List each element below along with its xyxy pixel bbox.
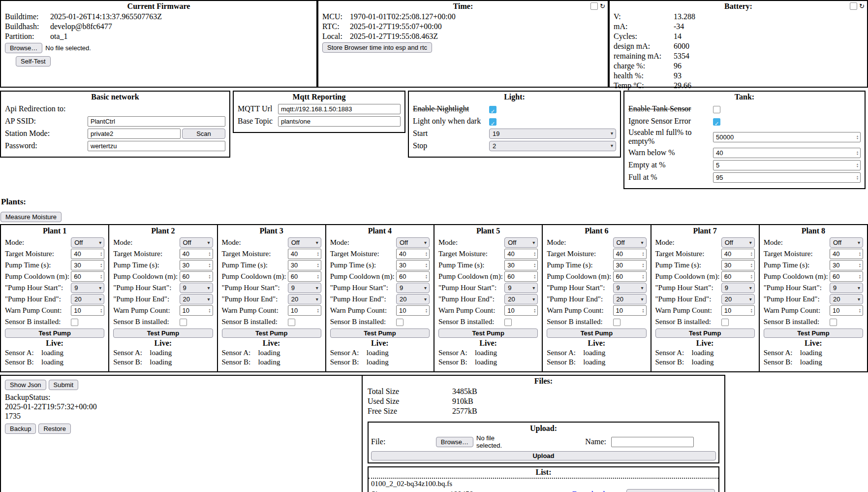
sensor-b-installed-checkbox[interactable]: [180, 319, 187, 326]
pump-hour-start-select[interactable]: 9: [830, 283, 863, 293]
refresh-icon[interactable]: ↻: [859, 3, 865, 9]
pump-time-input[interactable]: [613, 260, 647, 270]
pump-time-input[interactable]: [396, 260, 430, 270]
refresh-icon[interactable]: ↻: [600, 3, 605, 9]
pump-time-input[interactable]: [721, 260, 755, 270]
pump-hour-end-select[interactable]: 20: [721, 294, 755, 304]
pump-hour-end-select[interactable]: 20: [613, 294, 647, 304]
pump-hour-end-select[interactable]: 20: [71, 294, 104, 304]
mode-select[interactable]: Off: [288, 237, 321, 248]
test-pump-button[interactable]: Test Pump: [5, 328, 104, 338]
sensor-b-installed-checkbox[interactable]: [396, 319, 403, 326]
enable-nightlight-checkbox[interactable]: [489, 106, 496, 113]
firmware-browse-button[interactable]: Browse…: [5, 43, 42, 53]
ignore-sensor-error-checkbox[interactable]: [713, 118, 720, 126]
upload-name-input[interactable]: [611, 437, 694, 447]
pump-cooldown-input[interactable]: [180, 271, 213, 282]
warn-pump-count-input[interactable]: [721, 305, 755, 316]
upload-button[interactable]: Upload: [371, 451, 716, 460]
test-pump-button[interactable]: Test Pump: [655, 328, 755, 338]
warn-pump-count-input[interactable]: [180, 305, 213, 316]
self-test-button[interactable]: Self-Test: [16, 56, 51, 66]
pump-hour-start-select[interactable]: 9: [504, 283, 538, 293]
mode-select[interactable]: Off: [71, 237, 104, 248]
test-pump-button[interactable]: Test Pump: [113, 328, 213, 338]
target-moisture-input[interactable]: [71, 249, 104, 259]
mode-select[interactable]: Off: [830, 237, 863, 248]
warn-pump-count-input[interactable]: [396, 305, 430, 316]
pump-hour-start-select[interactable]: 9: [288, 283, 321, 293]
pump-time-input[interactable]: [288, 260, 321, 270]
upload-browse-button[interactable]: Browse…: [436, 437, 473, 447]
pump-cooldown-input[interactable]: [71, 271, 104, 282]
target-moisture-input[interactable]: [396, 249, 430, 259]
warn-pump-count-input[interactable]: [504, 305, 538, 316]
pump-time-input[interactable]: [504, 260, 538, 270]
pump-cooldown-input[interactable]: [396, 271, 430, 282]
base-topic-input[interactable]: [278, 116, 401, 127]
mqtt-url-input[interactable]: [278, 104, 401, 114]
warn-pump-count-input[interactable]: [288, 305, 321, 316]
show-json-button[interactable]: Show Json: [5, 380, 46, 390]
sensor-b-installed-checkbox[interactable]: [613, 319, 620, 326]
pump-hour-start-select[interactable]: 9: [180, 283, 213, 293]
delete-button[interactable]: Delete: [626, 489, 715, 492]
scan-button[interactable]: Scan: [182, 129, 225, 139]
time-auto-refresh-checkbox[interactable]: [590, 2, 598, 10]
pump-hour-start-select[interactable]: 9: [396, 283, 430, 293]
station-ssid-input[interactable]: [88, 129, 181, 139]
download-link[interactable]: Download: [572, 490, 605, 492]
password-input[interactable]: [88, 141, 225, 151]
pump-hour-end-select[interactable]: 20: [288, 294, 321, 304]
light-start-select[interactable]: 19: [489, 129, 616, 139]
warn-below-input[interactable]: [713, 148, 861, 158]
warn-pump-count-input[interactable]: [613, 305, 647, 316]
pump-time-input[interactable]: [830, 260, 863, 270]
pump-hour-start-select[interactable]: 9: [71, 283, 104, 293]
test-pump-button[interactable]: Test Pump: [438, 328, 538, 338]
useable-ml-input[interactable]: [713, 132, 861, 142]
pump-hour-start-select[interactable]: 9: [721, 283, 755, 293]
store-browser-time-button[interactable]: Store Browser time into esp and rtc: [322, 42, 432, 53]
backup-button[interactable]: Backup: [5, 424, 36, 434]
mode-select[interactable]: Off: [721, 237, 755, 248]
ap-ssid-input[interactable]: [88, 116, 225, 127]
sensor-b-installed-checkbox[interactable]: [288, 319, 295, 326]
light-only-dark-checkbox[interactable]: [489, 118, 496, 126]
empty-at-input[interactable]: [713, 160, 861, 170]
pump-hour-end-select[interactable]: 20: [830, 294, 863, 304]
test-pump-button[interactable]: Test Pump: [222, 328, 321, 338]
full-at-input[interactable]: [713, 172, 861, 183]
pump-time-input[interactable]: [71, 260, 104, 270]
warn-pump-count-input[interactable]: [830, 305, 863, 316]
enable-tank-sensor-checkbox[interactable]: [713, 106, 720, 113]
pump-cooldown-input[interactable]: [613, 271, 647, 282]
pump-cooldown-input[interactable]: [288, 271, 321, 282]
light-stop-select[interactable]: 2: [489, 141, 616, 151]
battery-auto-refresh-checkbox[interactable]: [850, 2, 857, 10]
pump-cooldown-input[interactable]: [830, 271, 863, 282]
target-moisture-input[interactable]: [830, 249, 863, 259]
target-moisture-input[interactable]: [504, 249, 538, 259]
pump-cooldown-input[interactable]: [721, 271, 755, 282]
target-moisture-input[interactable]: [721, 249, 755, 259]
pump-hour-end-select[interactable]: 20: [180, 294, 213, 304]
sensor-b-installed-checkbox[interactable]: [71, 319, 78, 326]
test-pump-button[interactable]: Test Pump: [547, 328, 646, 338]
sensor-b-installed-checkbox[interactable]: [504, 319, 512, 326]
target-moisture-input[interactable]: [288, 249, 321, 259]
pump-hour-start-select[interactable]: 9: [613, 283, 647, 293]
mode-select[interactable]: Off: [396, 237, 430, 248]
test-pump-button[interactable]: Test Pump: [330, 328, 430, 338]
pump-time-input[interactable]: [180, 260, 213, 270]
target-moisture-input[interactable]: [613, 249, 647, 259]
mode-select[interactable]: Off: [613, 237, 647, 248]
pump-hour-end-select[interactable]: 20: [504, 294, 538, 304]
restore-button[interactable]: Restore: [38, 424, 71, 434]
test-pump-button[interactable]: Test Pump: [764, 328, 863, 338]
warn-pump-count-input[interactable]: [71, 305, 104, 316]
mode-select[interactable]: Off: [180, 237, 213, 248]
sensor-b-installed-checkbox[interactable]: [721, 319, 729, 326]
submit-button[interactable]: Submit: [49, 380, 78, 390]
pump-cooldown-input[interactable]: [504, 271, 538, 282]
